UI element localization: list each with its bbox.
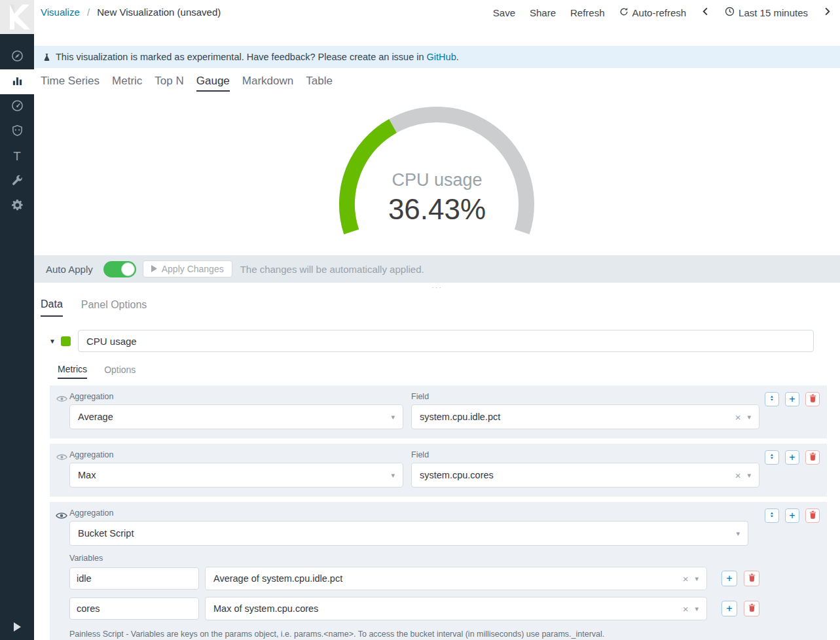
clear-icon[interactable]: × (683, 604, 689, 614)
refresh-cycle-icon (619, 7, 629, 18)
auto-apply-toggle[interactable] (103, 261, 136, 277)
reorder-metric-button[interactable] (765, 508, 779, 523)
auto-apply-hint: The changes will be automatically applie… (240, 264, 424, 275)
app-sidebar: T (0, 0, 34, 640)
tab-table[interactable]: Table (306, 75, 333, 92)
breadcrumb-separator: / (87, 7, 90, 18)
panel-resize-handle[interactable]: ··· (34, 283, 840, 293)
add-metric-button[interactable]: + (785, 508, 799, 523)
tab-gauge[interactable]: Gauge (196, 75, 230, 92)
aggregation-select[interactable]: Max ▾ (69, 463, 403, 488)
chevron-down-icon[interactable]: ▾ (747, 413, 751, 421)
painless-script-label: Painless Script - Variables are keys on … (69, 630, 759, 639)
variable-value-select[interactable]: Average of system.cpu.idle.pct × ▾ (205, 567, 707, 590)
tab-data[interactable]: Data (41, 298, 63, 317)
github-link[interactable]: GitHub (427, 52, 456, 62)
tab-time-series[interactable]: Time Series (41, 75, 100, 92)
breadcrumb-visualize-link[interactable]: Visualize (41, 7, 80, 18)
reorder-metric-button[interactable] (765, 392, 779, 406)
experimental-banner-text: This visualization is marked as experime… (56, 52, 459, 62)
series-collapse-toggle[interactable]: ▼ (47, 338, 58, 345)
gauge-title: CPU usage (34, 170, 840, 190)
sort-arrows-icon (768, 510, 776, 521)
field-select[interactable]: system.cpu.idle.pct × ▾ (411, 404, 759, 429)
time-forward-button[interactable] (822, 7, 832, 18)
time-range-button[interactable]: Last 15 minutes (725, 7, 808, 18)
sidebar-item-management[interactable] (0, 194, 34, 219)
aggregation-label: Aggregation (69, 392, 403, 401)
time-back-button[interactable] (701, 7, 710, 18)
sidebar-item-discover[interactable] (0, 44, 34, 69)
chevron-down-icon[interactable]: ▾ (695, 605, 699, 613)
chevron-down-icon[interactable]: ▾ (391, 413, 395, 421)
eye-icon[interactable] (54, 450, 69, 461)
share-button[interactable]: Share (530, 7, 556, 18)
aggregation-select[interactable]: Average ▾ (69, 404, 403, 429)
refresh-button[interactable]: Refresh (570, 7, 605, 18)
tab-options[interactable]: Options (104, 364, 136, 379)
trash-icon (809, 394, 816, 404)
tab-metric[interactable]: Metric (112, 75, 142, 92)
top-navbar: Visualize / New Visualization (unsaved) … (34, 0, 840, 46)
chevron-down-icon[interactable]: ▾ (695, 575, 699, 583)
clear-icon[interactable]: × (735, 471, 741, 480)
auto-apply-label: Auto Apply (46, 264, 93, 275)
plus-icon: + (789, 394, 795, 404)
tab-top-n[interactable]: Top N (155, 75, 183, 92)
variable-name-input[interactable] (69, 597, 199, 620)
plus-icon: + (789, 452, 795, 463)
sidebar-item-visualize[interactable] (0, 69, 34, 94)
auto-refresh-button[interactable]: Auto-refresh (619, 7, 687, 18)
delete-variable-button[interactable] (744, 601, 759, 616)
tab-markdown[interactable]: Markdown (242, 75, 293, 92)
add-variable-button[interactable]: + (721, 601, 737, 616)
eye-icon[interactable] (54, 508, 69, 520)
field-label: Field (411, 392, 759, 401)
field-select[interactable]: system.cpu.cores × ▾ (411, 463, 759, 488)
chevron-down-icon[interactable]: ▾ (391, 471, 395, 480)
gauge-value: 36.43% (34, 193, 840, 226)
tab-metrics[interactable]: Metrics (58, 364, 87, 379)
plus-icon: + (726, 603, 732, 614)
compass-icon (11, 50, 24, 64)
clear-icon[interactable]: × (735, 412, 741, 422)
sort-arrows-icon (768, 452, 776, 463)
clock-icon (725, 7, 735, 18)
save-button[interactable]: Save (493, 7, 515, 18)
aggregation-select[interactable]: Bucket Script ▾ (69, 521, 748, 546)
plus-icon: + (726, 573, 732, 584)
letter-t-icon: T (13, 149, 21, 164)
clear-icon[interactable]: × (683, 574, 689, 584)
sidebar-collapse-button[interactable] (9, 619, 25, 635)
chevron-down-icon[interactable]: ▾ (736, 529, 740, 538)
series-row: ▼ (47, 330, 827, 352)
eye-icon[interactable] (54, 392, 69, 403)
add-variable-button[interactable]: + (721, 571, 737, 586)
aggregation-label: Aggregation (69, 508, 759, 518)
panel-tabs: Data Panel Options (41, 298, 827, 317)
variable-row: Average of system.cpu.idle.pct × ▾ + (69, 567, 759, 590)
series-color-swatch[interactable] (61, 336, 71, 346)
add-metric-button[interactable]: + (785, 450, 799, 465)
delete-metric-button[interactable] (805, 392, 820, 406)
variable-name-input[interactable] (69, 567, 199, 590)
sidebar-item-dashboard[interactable] (0, 94, 34, 119)
sidebar-item-monitoring[interactable] (0, 119, 34, 144)
reorder-metric-button[interactable] (765, 450, 779, 465)
chevron-down-icon[interactable]: ▾ (747, 471, 751, 480)
sidebar-item-timelion[interactable]: T (0, 144, 34, 169)
aggregation-label: Aggregation (69, 450, 403, 459)
plus-icon: + (789, 510, 795, 521)
apply-changes-button[interactable]: Apply Changes (143, 260, 232, 277)
delete-metric-button[interactable] (805, 450, 820, 465)
sidebar-item-dev-tools[interactable] (0, 169, 34, 194)
variable-value-select[interactable]: Max of system.cpu.cores × ▾ (205, 597, 707, 620)
series-label-input[interactable] (78, 330, 814, 352)
metric-row: Aggregation Bucket Script ▾ Variables Av… (50, 502, 827, 640)
shield-icon (11, 124, 24, 139)
tab-panel-options[interactable]: Panel Options (81, 298, 147, 317)
delete-variable-button[interactable] (744, 571, 759, 586)
add-metric-button[interactable]: + (785, 392, 799, 406)
delete-metric-button[interactable] (805, 508, 820, 523)
kibana-logo[interactable] (0, 0, 34, 34)
